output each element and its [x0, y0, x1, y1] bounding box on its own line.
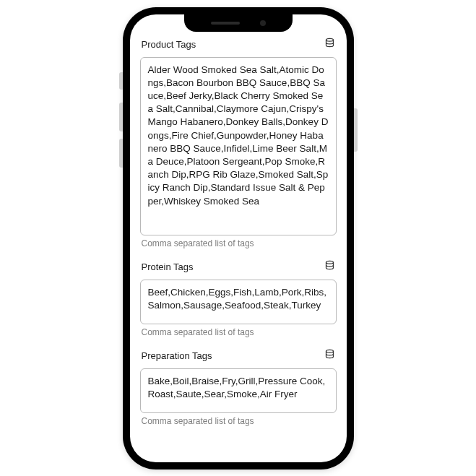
notch	[184, 14, 293, 32]
svg-point-1	[326, 261, 333, 264]
product-tags-hint: Comma separated list of tags	[140, 238, 337, 248]
product-tags-input[interactable]: Alder Wood Smoked Sea Salt,Atomic Dongs,…	[140, 57, 337, 235]
database-icon[interactable]	[324, 260, 335, 274]
database-icon[interactable]	[324, 38, 335, 51]
protein-tags-section: Protein Tags Beef,Chicken,Eggs,Fish,Lamb…	[140, 260, 337, 337]
product-tags-section: Product Tags Alder Wood Smoked Sea Salt,…	[140, 38, 337, 248]
svg-point-0	[326, 38, 333, 41]
preparation-tags-input[interactable]: Bake,Boil,Braise,Fry,Grill,Pressure Cook…	[140, 368, 337, 413]
preparation-tags-label: Preparation Tags	[142, 350, 212, 361]
database-icon[interactable]	[324, 349, 335, 363]
phone-frame: Product Tags Alder Wood Smoked Sea Salt,…	[123, 7, 354, 469]
screen: Product Tags Alder Wood Smoked Sea Salt,…	[130, 14, 347, 462]
product-tags-label: Product Tags	[142, 39, 196, 50]
protein-tags-hint: Comma separated list of tags	[140, 327, 337, 337]
svg-point-2	[326, 350, 333, 352]
protein-tags-input[interactable]: Beef,Chicken,Eggs,Fish,Lamb,Pork,Ribs,Sa…	[140, 280, 337, 324]
protein-tags-label: Protein Tags	[142, 261, 194, 272]
phone-side-buttons	[119, 72, 123, 175]
preparation-tags-hint: Comma separated list of tags	[140, 416, 337, 426]
content-area: Product Tags Alder Wood Smoked Sea Salt,…	[130, 14, 347, 462]
preparation-tags-section: Preparation Tags Bake,Boil,Braise,Fry,Gr…	[140, 349, 337, 426]
